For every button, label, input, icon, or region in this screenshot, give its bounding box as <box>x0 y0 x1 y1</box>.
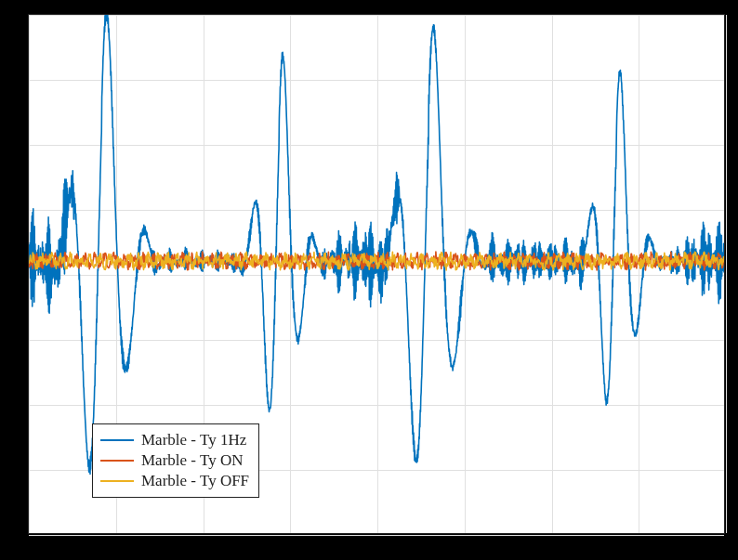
legend-swatch <box>100 480 134 482</box>
legend-swatch <box>100 439 134 441</box>
chart-plot-area: Marble - Ty 1Hz Marble - Ty ON Marble - … <box>28 14 725 534</box>
legend-label: Marble - Ty ON <box>141 451 243 470</box>
legend-entry: Marble - Ty ON <box>100 450 249 471</box>
legend-entry: Marble - Ty 1Hz <box>100 430 249 450</box>
legend-label: Marble - Ty 1Hz <box>141 431 246 449</box>
legend-entry: Marble - Ty OFF <box>100 471 249 491</box>
chart-legend: Marble - Ty 1Hz Marble - Ty ON Marble - … <box>92 423 259 498</box>
legend-label: Marble - Ty OFF <box>141 472 249 490</box>
legend-swatch <box>100 460 134 462</box>
